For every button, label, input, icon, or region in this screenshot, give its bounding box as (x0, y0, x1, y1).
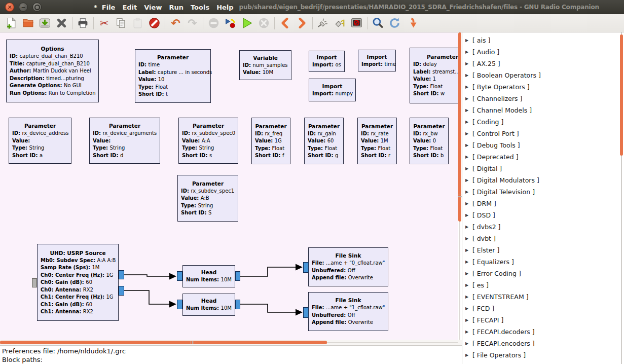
close-icon[interactable] (53, 16, 70, 31)
expander-triangle-icon[interactable]: ▶ (462, 260, 472, 264)
expander-triangle-icon[interactable]: ▶ (462, 271, 472, 276)
block-variable-num-samples[interactable]: VariableID: num_samplesValue: 10M (239, 50, 291, 80)
category-equalizers[interactable]: ▶[ Equalizers ] (462, 256, 624, 268)
nav-forward-icon[interactable] (293, 16, 310, 31)
menu-edit[interactable]: Edit (119, 4, 140, 11)
block-param-rx-rate[interactable]: ParameterID: rx_rateValue: 1MType: Float… (357, 118, 397, 164)
block-param-rx-bw[interactable]: ParameterID: rx_bwValue: 0Type: FloatSho… (410, 118, 449, 164)
kill-icon[interactable] (348, 16, 365, 31)
block-import-numpy[interactable]: ImportImport: numpy (309, 79, 356, 101)
expander-triangle-icon[interactable]: ▶ (462, 155, 472, 159)
save-icon[interactable] (36, 16, 53, 31)
category-deprecated[interactable]: ▶[ Deprecated ] (462, 151, 624, 163)
stream-port[interactable] (119, 270, 124, 279)
expander-triangle-icon[interactable]: ▶ (462, 61, 472, 66)
stream-port[interactable] (235, 271, 240, 281)
block-param-delay[interactable]: ParameterID: delayLabel: streamst...Valu… (410, 48, 458, 103)
category-elster[interactable]: ▶[ Elster ] (462, 244, 624, 256)
execute-icon[interactable] (239, 16, 255, 31)
category-controlport[interactable]: ▶[ Control Port ] (462, 128, 624, 139)
command-port[interactable] (32, 278, 37, 287)
category-eventstream[interactable]: ▶[ EVENTSTREAM ] (462, 291, 624, 303)
expander-triangle-icon[interactable]: ▶ (462, 143, 472, 148)
expander-triangle-icon[interactable]: ▶ (462, 38, 472, 43)
expander-triangle-icon[interactable]: ▶ (462, 190, 472, 194)
category-coding[interactable]: ▶[ Coding ] (462, 116, 624, 128)
disconnect-plug-icon[interactable] (332, 16, 348, 31)
menu-run[interactable]: Run (165, 4, 187, 11)
open-folder-icon[interactable] (20, 16, 36, 31)
maximize-window-button[interactable] (32, 3, 42, 12)
disabled-minus-icon[interactable] (205, 16, 222, 31)
jump-down-icon[interactable] (403, 16, 420, 31)
stream-port[interactable] (177, 300, 182, 309)
expander-triangle-icon[interactable]: ▶ (462, 283, 472, 287)
block-uhd-usrp-source[interactable]: UHD: USRP SourceMb0: Subdev Spec: A:A A:… (37, 244, 119, 321)
category-ais[interactable]: ▶[ ais ] (462, 34, 624, 46)
category-es[interactable]: ▶[ es ] (462, 279, 624, 291)
reload-icon[interactable] (386, 16, 403, 31)
expander-triangle-icon[interactable]: ▶ (462, 201, 472, 206)
block-import-time[interactable]: ImportImport: time (358, 50, 396, 71)
expander-triangle-icon[interactable]: ▶ (462, 50, 472, 54)
block-import-os[interactable]: ImportImport: os (309, 51, 345, 72)
category-digitalmodulators[interactable]: ▶[ Digital Modulators ] (462, 174, 624, 186)
expander-triangle-icon[interactable]: ▶ (462, 85, 472, 89)
menu-tools[interactable]: Tools (187, 4, 213, 11)
menu-view[interactable]: View (140, 4, 165, 11)
expander-triangle-icon[interactable]: ▶ (462, 306, 472, 311)
copy-icon[interactable] (113, 16, 129, 31)
expander-triangle-icon[interactable]: ▶ (462, 166, 472, 171)
category-filters[interactable]: ▶[ Filters ] (462, 361, 624, 364)
category-fileoperators[interactable]: ▶[ File Operators ] (462, 349, 624, 361)
category-digital[interactable]: ▶[ Digital ] (462, 163, 624, 174)
expander-triangle-icon[interactable]: ▶ (462, 236, 472, 241)
category-fecapi[interactable]: ▶[ FECAPI ] (462, 314, 624, 326)
block-options[interactable]: OptionsID: capture_dual_chan_B210Title: … (6, 40, 99, 102)
pane-grip-horizontal[interactable] (191, 341, 194, 344)
block-param-rx-device-arguments[interactable]: ParameterID: rx_device_argumentsValue: T… (89, 118, 160, 164)
minimize-window-button[interactable]: − (19, 3, 28, 12)
expander-triangle-icon[interactable]: ▶ (462, 248, 472, 252)
expander-triangle-icon[interactable]: ▶ (462, 96, 472, 101)
block-param-rx-gain[interactable]: ParameterID: rx_gainValue: 60Type: Float… (304, 118, 344, 164)
expander-triangle-icon[interactable]: ▶ (462, 225, 472, 229)
expander-triangle-icon[interactable]: ▶ (462, 178, 472, 183)
menu-file[interactable]: File (98, 4, 119, 11)
category-audio[interactable]: ▶[ Audio ] (462, 46, 624, 58)
category-dvbs2[interactable]: ▶[ dvbs2 ] (462, 221, 624, 233)
flowgraph-canvas[interactable]: OptionsID: capture_dual_chan_B210Title: … (0, 32, 458, 340)
expander-triangle-icon[interactable]: ▶ (462, 353, 472, 357)
category-fecapi.decoders[interactable]: ▶[ FECAPI.decoders ] (462, 326, 624, 338)
canvas-hscroll-thumb[interactable] (0, 341, 327, 344)
category-booleanoperators[interactable]: ▶[ Boolean Operators ] (462, 69, 624, 81)
redo-icon[interactable]: ↷ (184, 16, 201, 31)
connect-plug-icon[interactable] (315, 16, 332, 31)
generate-icon[interactable] (222, 16, 239, 31)
block-param-rx-subdev-spec1[interactable]: ParameterID: rx_subdev_spec1Value: A:BTy… (177, 175, 238, 222)
stream-port[interactable] (303, 307, 309, 318)
block-file-sink-1[interactable]: File SinkFile: ...ame + "1_cfloat.raw"Un… (308, 292, 388, 331)
menu-help[interactable]: Help (213, 4, 237, 11)
expander-triangle-icon[interactable]: ▶ (462, 341, 472, 346)
category-channelmodels[interactable]: ▶[ Channel Models ] (462, 104, 624, 116)
errors-icon[interactable] (146, 16, 163, 31)
close-window-button[interactable]: ✕ (5, 3, 14, 12)
paste-icon[interactable] (129, 16, 146, 31)
block-file-sink-0[interactable]: File SinkFile: ...ame + "0_cfloat.raw"Un… (308, 247, 388, 286)
new-file-icon[interactable] (3, 16, 20, 31)
category-drm[interactable]: ▶[ DRM ] (462, 198, 624, 209)
expander-triangle-icon[interactable]: ▶ (462, 330, 472, 334)
category-dvbt[interactable]: ▶[ dvbt ] (462, 233, 624, 244)
stream-port[interactable] (235, 300, 240, 309)
expander-triangle-icon[interactable]: ▶ (462, 73, 472, 78)
category-digitaltelevision[interactable]: ▶[ Digital Television ] (462, 186, 624, 198)
category-byteoperators[interactable]: ▶[ Byte Operators ] (462, 81, 624, 93)
block-head-0[interactable]: HeadNum Items: 10M (182, 265, 235, 287)
stream-port[interactable] (303, 262, 309, 273)
block-param-time[interactable]: ParameterID: timeLabel: capture ... in s… (135, 49, 211, 103)
block-param-rx-freq[interactable]: ParameterID: rx_freqValue: 1GType: Float… (251, 118, 290, 164)
nav-back-icon[interactable] (277, 16, 293, 31)
print-icon[interactable] (75, 16, 91, 31)
category-fcd[interactable]: ▶[ FCD ] (462, 303, 624, 314)
